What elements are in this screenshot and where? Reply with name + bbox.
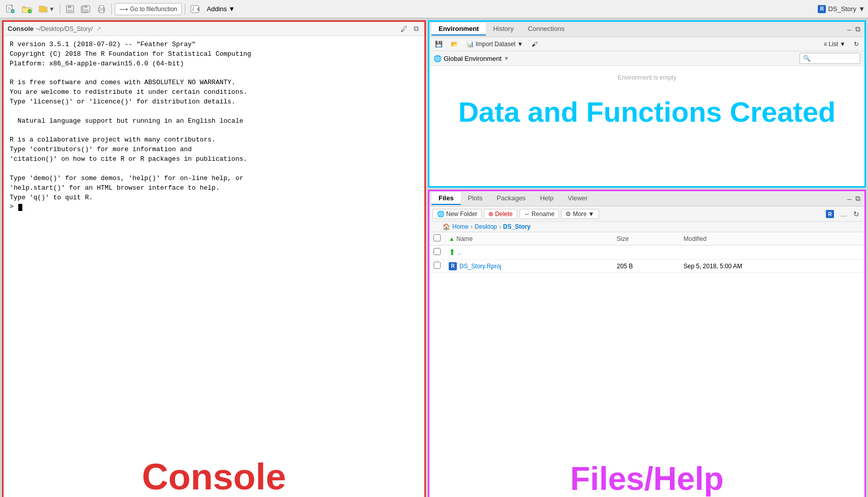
svg-rect-17 [99,10,104,13]
open-file-btn[interactable]: ↺ [19,3,35,15]
row-name-cell[interactable]: R DS_Story.Rproj [445,260,613,273]
svg-text:↺: ↺ [28,9,32,14]
environment-panel: Environment History Connections – ⧉ 💾 📂 … [428,20,866,188]
new-script-btn[interactable]: + [3,3,17,15]
separator-1 [60,4,60,15]
tab-plots[interactable]: Plots [461,192,490,205]
console-text-line [10,69,418,79]
files-r-icon: R [826,210,834,218]
list-icon: ≡ [823,41,827,48]
save-all-btn[interactable] [79,4,93,15]
go-to-file-btn[interactable]: ⟶ Go to file/function [115,3,182,15]
load-icon: 📂 [451,41,458,48]
import-dropdown-icon: ▼ [517,41,523,48]
tab-viewer[interactable]: Viewer [560,192,595,205]
console-prompt[interactable]: > [10,202,418,212]
console-big-label: Console [4,456,424,497]
import-dataset-btn[interactable]: 📊 Import Dataset ▼ [464,40,526,49]
delete-btn[interactable]: ⊗ Delete [484,209,517,219]
breadcrumb-current: DS_Story [503,223,530,230]
files-panel: Files Plots Packages Help Viewer – ⧉ 🌐 N… [428,190,866,497]
print-btn[interactable] [95,4,108,15]
console-text-line: Type 'license()' or 'licence()' for dist… [10,97,418,107]
console-header: Console ~/Desktop/DS_Story/ ↗ 🖊 ⧉ [4,22,424,36]
list-view-btn[interactable]: ≡ List ▼ [821,40,848,49]
project-indicator: R DS_Story ▼ [818,5,865,13]
delete-icon: ⊗ [488,210,493,218]
more-label: More [573,210,586,218]
tab-environment[interactable]: Environment [431,23,486,36]
tab-packages[interactable]: Packages [490,192,533,205]
files-r-icon-btn[interactable]: R [824,208,836,220]
global-env-icon: 🌐 [433,55,442,62]
rename-btn[interactable]: ↔ Rename [519,209,559,219]
files-table-body: ⬆ .. R [429,245,864,273]
svg-text:+: + [12,10,14,13]
env-minimize-btn[interactable]: – [845,24,853,34]
console-text-line: You are welcome to redistribute it under… [10,88,418,97]
files-maximize-btn[interactable]: ⧉ [853,193,862,204]
tab-help[interactable]: Help [533,192,561,205]
env-brush-btn[interactable]: 🖌 [529,40,540,49]
new-folder-btn[interactable]: 🌐 New Folder [432,209,482,219]
svg-text:▼: ▼ [196,7,199,12]
breadcrumb-desktop[interactable]: Desktop [475,223,497,230]
console-maximize-btn[interactable]: ⧉ [412,24,420,33]
row-checkbox-cell [429,245,445,260]
project-name-label: DS_Story [828,5,856,13]
row-checkbox[interactable] [433,248,441,255]
console-text-line: Platform: x86_64-apple-darwin15.6.0 (64-… [10,59,418,69]
save-icon: 💾 [435,41,443,48]
code-chunks-btn[interactable]: { }▼ [188,4,202,14]
console-minimize-btn[interactable]: 🖊 [399,24,409,33]
file-name-link[interactable]: ⬆ .. [449,247,609,257]
addins-label: Addins [207,5,227,13]
breadcrumb-home[interactable]: Home [452,223,469,230]
more-btn[interactable]: ⚙ More ▼ [561,209,598,219]
project-dropdown-icon: ▼ [858,5,865,13]
console-text-line: 'help.start()' for an HTML browser inter… [10,184,418,193]
files-more-options-btn[interactable]: … [838,209,849,219]
parent-dir-name: .. [458,249,461,256]
table-row: R DS_Story.Rproj 205 B Sep 5, 2018, 5:00… [429,260,864,273]
addins-chevron: ▼ [228,5,235,13]
source-dropdown-btn[interactable]: ▼ [37,4,57,14]
row-checkbox[interactable] [433,262,441,269]
svg-rect-10 [68,10,73,12]
col-checkbox[interactable] [429,232,445,245]
select-all-checkbox[interactable] [433,234,441,241]
col-name-header[interactable]: ▲ Name [445,232,613,245]
files-refresh-btn[interactable]: ↻ [851,209,861,219]
env-empty-text: Environment is empty [618,74,676,81]
import-dataset-icon: 📊 [466,41,474,48]
env-refresh-btn[interactable]: ↻ [851,40,861,49]
tab-history[interactable]: History [486,23,520,36]
tab-connections[interactable]: Connections [521,23,572,36]
global-env-dropdown-icon: ▼ [504,55,509,61]
row-modified-cell: Sep 5, 2018, 5:00 AM [680,260,864,273]
tab-files[interactable]: Files [431,192,461,205]
addins-btn[interactable]: Addins ▼ [204,4,238,14]
env-toolbar: 💾 📂 📊 Import Dataset ▼ 🖌 ≡ List ▼ [429,37,864,51]
env-search-input[interactable] [799,53,860,64]
files-table-container: ▲ Name Size Modified [429,232,864,445]
env-maximize-btn[interactable]: ⧉ [853,24,862,34]
svg-rect-14 [84,9,88,12]
row-name-cell[interactable]: ⬆ .. [445,245,613,260]
files-minimize-btn[interactable]: – [845,194,853,204]
rename-icon: ↔ [524,210,530,218]
row-modified-cell [680,245,864,260]
col-modified-header[interactable]: Modified [680,232,864,245]
home-icon: 🏠 [443,223,450,230]
env-content: Environment is empty Data and Functions … [429,66,864,186]
save-btn[interactable] [63,4,77,15]
console-content[interactable]: R version 3.5.1 (2018-07-02) -- "Feather… [4,36,424,436]
table-row: ⬆ .. [429,245,864,260]
col-size-header[interactable]: Size [613,232,679,245]
console-panel: Console ~/Desktop/DS_Story/ ↗ 🖊 ⧉ R vers… [2,20,426,497]
file-name-link[interactable]: R DS_Story.Rproj [449,262,609,270]
env-save-btn[interactable]: 💾 [432,40,445,49]
env-load-btn[interactable]: 📂 [448,40,461,49]
files-tab-bar: Files Plots Packages Help Viewer – ⧉ [429,191,864,206]
console-text-line: R version 3.5.1 (2018-07-02) -- "Feather… [10,40,418,50]
